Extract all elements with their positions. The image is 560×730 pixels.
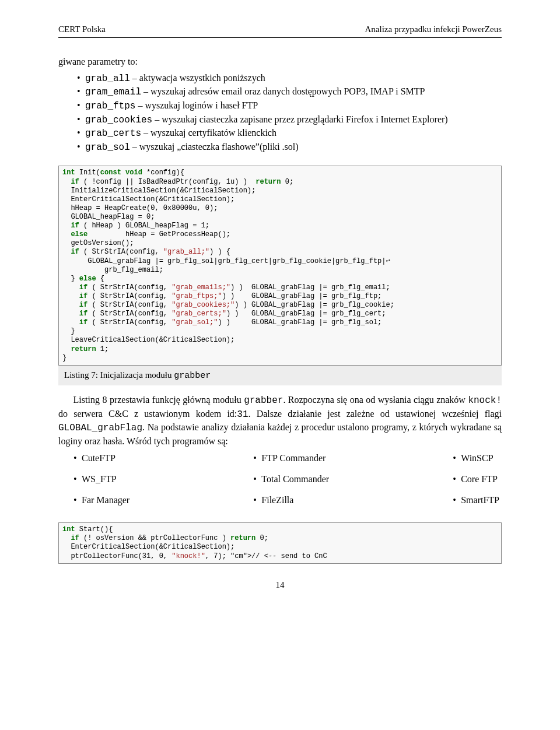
caption-text: Listing 7: Inicjalizacja modułu — [64, 370, 174, 380]
param-key: grab_ftps — [85, 101, 135, 111]
para-text: Listing 8 przestawia funkcję główną modu… — [74, 395, 244, 405]
list-item: gram_email – wyszukaj adresów email oraz… — [88, 85, 502, 99]
header-right: Analiza przypadku infekcji PowerZeus — [365, 23, 502, 35]
header-left: CERT Polska — [58, 23, 106, 35]
program-col: WinSCP Core FTP SmartFTP — [438, 452, 502, 514]
list-item: Far Manager — [84, 494, 130, 507]
body-paragraph: Listing 8 przestawia funkcję główną modu… — [58, 394, 502, 447]
param-key: gram_email — [85, 87, 141, 97]
listing-caption: Listing 7: Inicjalizacja modułu grabber — [58, 366, 502, 385]
page-header: CERT Polska Analiza przypadku infekcji P… — [58, 23, 502, 38]
param-desc: – wyszukaj adresów email oraz danych dos… — [141, 86, 425, 96]
intro-text: giwane parametry to: — [58, 55, 502, 68]
code-listing-8: int Start(){ if (! osVersion && ptrColle… — [58, 522, 502, 563]
list-item: grab_sol – wyszukaj „ciasteczka flashowe… — [88, 141, 502, 155]
param-list: grab_all – aktywacja wszystkich poniższy… — [58, 72, 502, 155]
para-mono: knock! — [468, 395, 502, 406]
para-text: . Rozpoczyna się ona od wysłania ciągu z… — [283, 395, 468, 405]
list-item: grab_all – aktywacja wszystkich poniższy… — [88, 72, 502, 86]
caption-module: grabber — [174, 371, 211, 381]
list-item: SmartFTP — [463, 494, 502, 507]
param-desc: – aktywacja wszystkich poniższych — [130, 73, 265, 83]
para-mono: 31 — [237, 409, 248, 420]
para-text: do serwera C&C z ustawionym kodem id: — [58, 409, 237, 419]
program-columns: CuteFTP WS_FTP Far Manager FTP Commander… — [58, 452, 502, 514]
program-col: CuteFTP WS_FTP Far Manager — [58, 452, 130, 514]
program-col: FTP Commander Total Commander FileZilla — [238, 452, 329, 514]
param-key: grab_certs — [85, 128, 141, 139]
list-item: Total Commander — [264, 473, 329, 486]
code-listing-7: int Init(const void *config){ if ( !conf… — [58, 166, 502, 365]
param-key: grab_all — [85, 73, 130, 84]
param-desc: – wyszukaj loginów i haseł FTP — [135, 100, 258, 110]
page-number: 14 — [58, 579, 502, 591]
para-mono: grabber — [244, 395, 283, 406]
list-item: FileZilla — [264, 494, 329, 507]
para-text: . Dalsze działanie jest zależne od ustaw… — [249, 409, 502, 419]
para-mono: GLOBAL_grabFlag — [58, 423, 142, 433]
list-item: grab_cookies – wyszukaj ciasteczka zapis… — [88, 113, 502, 127]
list-item: grab_certs – wyszukaj certyfikatów klien… — [88, 127, 502, 141]
list-item: CuteFTP — [84, 452, 130, 465]
param-desc: – wyszukaj „ciasteczka flashowe”(pliki .… — [130, 142, 299, 152]
param-key: grab_sol — [85, 142, 130, 153]
list-item: WinSCP — [463, 452, 502, 465]
param-key: grab_cookies — [85, 115, 152, 125]
param-desc: – wyszukaj certyfikatów klienckich — [141, 128, 276, 138]
list-item: FTP Commander — [264, 452, 329, 465]
list-item: WS_FTP — [84, 473, 130, 486]
param-desc: – wyszukaj ciasteczka zapisane przez prz… — [152, 114, 447, 124]
list-item: grab_ftps – wyszukaj loginów i haseł FTP — [88, 99, 502, 113]
list-item: Core FTP — [463, 473, 502, 486]
